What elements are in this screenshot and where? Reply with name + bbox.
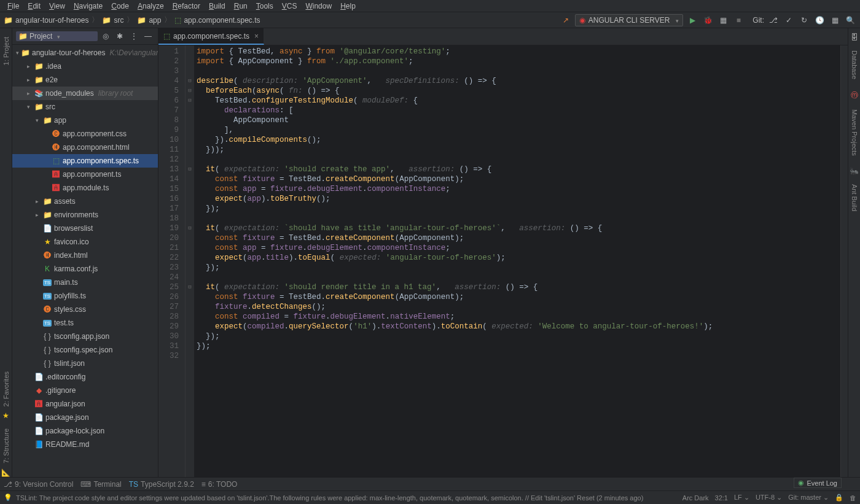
debug-icon[interactable]: 🐞 [702, 14, 714, 26]
tree-item-app[interactable]: ▾📁app [12, 114, 158, 127]
tree-item-browserslist[interactable]: 📄browserslist [12, 222, 158, 235]
tree-item-app-module-ts[interactable]: 🅰app.module.ts [12, 181, 158, 195]
tree-item-polyfills-ts[interactable]: TSpolyfills.ts [12, 289, 158, 303]
tree-item--gitignore[interactable]: ◆.gitignore [12, 384, 158, 397]
tree-item-environments[interactable]: ▸📁environments [12, 208, 158, 222]
tree-item-label: README.md [45, 440, 89, 449]
close-icon[interactable]: × [254, 32, 259, 41]
breadcrumb-app[interactable]: 📁app [137, 16, 161, 25]
tree-item-label: assets [54, 197, 76, 206]
breadcrumb: 📁 angular-tour-of-heroes 〉 📁src 〉 📁app 〉… [0, 15, 560, 25]
menu-edit[interactable]: Edit [24, 1, 44, 12]
stop-icon[interactable]: ■ [732, 14, 745, 26]
tree-item-styles-css[interactable]: 🅒styles.css [12, 303, 158, 316]
tool-favorites[interactable]: 2: Favorites [2, 371, 10, 406]
tree-item-karma-conf-js[interactable]: Kkarma.conf.js [12, 262, 158, 276]
status-git-branch[interactable]: Git: master ⌄ [788, 494, 829, 502]
tree-item-assets[interactable]: ▸📁assets [12, 195, 158, 208]
git-history-icon[interactable]: 🕓 [813, 14, 826, 26]
lock-icon[interactable]: 🔒 [835, 494, 843, 502]
tool-database[interactable]: Database [851, 50, 858, 79]
tree-item-package-lock-json[interactable]: 📄package-lock.json [12, 424, 158, 438]
status-theme[interactable]: Arc Dark [682, 494, 709, 502]
menu-refactor[interactable]: Refactor [169, 1, 204, 12]
search-icon[interactable]: 🔍 [844, 14, 856, 26]
run-icon[interactable]: ▶ [686, 14, 698, 26]
project-tree[interactable]: ▾📁angular-tour-of-heroesK:\Dev\angular-t… [12, 45, 158, 477]
tab-typescript[interactable]: TSTypeScript 2.9.2 [129, 480, 194, 489]
tree-item-tsconfig-spec-json[interactable]: { }tsconfig.spec.json [12, 343, 158, 357]
tree-item-angular-json[interactable]: 🅰angular.json [12, 397, 158, 411]
tree-item-angular-tour-of-heroes[interactable]: ▾📁angular-tour-of-heroesK:\Dev\angular-t… [12, 46, 158, 60]
tab-terminal[interactable]: ⌨Terminal [80, 480, 121, 489]
editor-content[interactable]: 1234567891011121314151617181920212223242… [158, 45, 848, 477]
ts-spec-icon: ⬚ [51, 156, 61, 166]
tree-item-favicon-ico[interactable]: ★favicon.ico [12, 235, 158, 249]
status-caret-pos[interactable]: 32:1 [715, 494, 728, 502]
html-icon: 🅗 [51, 142, 61, 152]
git-label: Git: [752, 16, 764, 25]
menu-help[interactable]: Help [337, 1, 359, 12]
md-icon: 📘 [34, 440, 44, 449]
git-commit-icon[interactable]: ✓ [783, 14, 795, 26]
tab-todo[interactable]: ≡6: TODO [201, 480, 238, 489]
event-log-button[interactable]: ◉Event Log [794, 478, 842, 488]
project-view-selector[interactable]: 📁 Project [16, 31, 98, 41]
tree-item-tsconfig-app-json[interactable]: { }tsconfig.app.json [12, 330, 158, 343]
coverage-icon[interactable]: ▦ [717, 14, 729, 26]
tree-item-app-component-spec-ts[interactable]: ⬚app.component.spec.ts [12, 154, 158, 168]
breadcrumb-src[interactable]: 📁src [102, 16, 123, 25]
menu-navigate[interactable]: Navigate [70, 1, 106, 12]
tree-item-app-component-html[interactable]: 🅗app.component.html [12, 141, 158, 154]
tree-item-e2e[interactable]: ▸📁e2e [12, 73, 158, 87]
tree-item-tslint-json[interactable]: { }tslint.json [12, 357, 158, 370]
git-update-icon[interactable]: ↻ [798, 14, 810, 26]
autoscroll-icon[interactable]: ◎ [100, 30, 112, 42]
menu-window[interactable]: Window [302, 1, 335, 12]
breadcrumb-project[interactable]: 📁 angular-tour-of-heroes [4, 16, 88, 25]
tree-item-node_modules[interactable]: ▸📚node_moduleslibrary root [12, 87, 158, 100]
tree-item-index-html[interactable]: 🅗index.html [12, 249, 158, 262]
tree-item-label: app.component.ts [63, 170, 121, 179]
project-panel: 📁 Project ◎ ✱ ⋮ — ▾📁angular-tour-of-hero… [12, 28, 158, 477]
tab-app-component-spec[interactable]: ⬚ app.component.spec.ts × [158, 28, 264, 45]
settings-icon[interactable]: ⋮ [128, 30, 140, 42]
tab-version-control[interactable]: ⎇9: Version Control [4, 480, 73, 489]
collapse-icon[interactable]: ✱ [114, 30, 126, 42]
tree-item-main-ts[interactable]: TSmain.ts [12, 276, 158, 289]
menu-build[interactable]: Build [205, 1, 229, 12]
configure-icon[interactable]: ↗ [560, 14, 572, 26]
tree-item-package-json[interactable]: 📄package.json [12, 411, 158, 424]
tree-item-src[interactable]: ▾📁src [12, 100, 158, 114]
menu-view[interactable]: View [45, 1, 69, 12]
run-config-selector[interactable]: ◉ ANGULAR CLI SERVER [575, 14, 684, 26]
code-area[interactable]: import { TestBed, async } from '@angular… [194, 45, 840, 477]
menu-code[interactable]: Code [108, 1, 133, 12]
tool-project[interactable]: 1: Project [2, 37, 10, 65]
fold-gutter[interactable]: ⊟⊟⊟⊟⊟⊟ [186, 45, 194, 477]
project-header: 📁 Project ◎ ✱ ⋮ — [12, 28, 158, 45]
menu-tools[interactable]: Tools [252, 1, 277, 12]
trash-icon[interactable]: 🗑 [850, 494, 856, 502]
tree-item-readme-md[interactable]: 📘README.md [12, 438, 158, 451]
menu-run[interactable]: Run [230, 1, 251, 12]
tree-item-app-component-ts[interactable]: 🅰app.component.ts [12, 168, 158, 181]
menu-analyze[interactable]: Analyze [134, 1, 168, 12]
breadcrumb-file[interactable]: ⬚app.component.spec.ts [174, 16, 260, 25]
status-line-ending[interactable]: LF ⌄ [734, 494, 749, 502]
tree-item-test-ts[interactable]: TStest.ts [12, 316, 158, 330]
tree-item--editorconfig[interactable]: 📄.editorconfig [12, 370, 158, 384]
tree-item--idea[interactable]: ▸📁.idea [12, 60, 158, 73]
git-branch-icon[interactable]: ⎇ [767, 14, 780, 26]
tool-maven[interactable]: Maven Projects [851, 109, 858, 156]
lib-icon: 📚 [34, 88, 44, 98]
tool-structure[interactable]: 7: Structure [2, 428, 10, 463]
grid-icon[interactable]: ▦ [829, 14, 841, 26]
menu-vcs[interactable]: VCS [278, 1, 301, 12]
run-config-label: ANGULAR CLI SERVER [588, 16, 670, 25]
hide-panel-icon[interactable]: — [142, 30, 154, 42]
menu-file[interactable]: File [4, 1, 23, 12]
status-encoding[interactable]: UTF-8 ⌄ [756, 494, 782, 502]
tool-ant[interactable]: Ant Build [851, 184, 858, 211]
tree-item-app-component-css[interactable]: 🅒app.component.css [12, 127, 158, 141]
